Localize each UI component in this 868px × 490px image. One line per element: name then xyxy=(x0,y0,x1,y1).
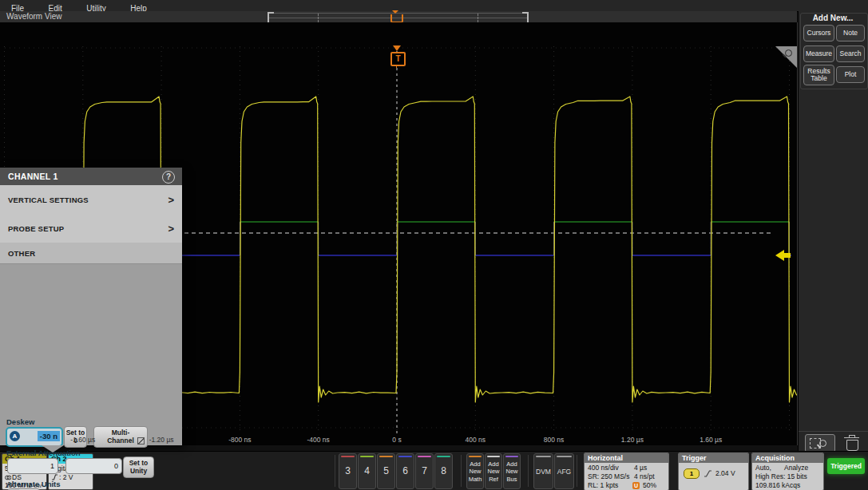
alternate-units-label: Alternate Units xyxy=(6,480,61,488)
overview-tick xyxy=(318,14,319,22)
trigger-flag-tail xyxy=(396,65,397,68)
add-cursors-button[interactable]: Cursors xyxy=(803,25,834,41)
channel-number: 5 xyxy=(378,465,394,476)
ref-color-stripe xyxy=(487,456,500,457)
magnifier-icon xyxy=(785,49,792,57)
trigger-source-badge: 1 xyxy=(684,468,700,479)
dvm-button[interactable]: DVM xyxy=(533,453,553,489)
channel1-config-dialog: CHANNEL 1 ? VERTICAL SETTINGS > PROBE SE… xyxy=(0,168,182,445)
channel-number: 4 xyxy=(359,465,375,476)
acquisition-mode: Auto, xyxy=(755,464,771,472)
separator xyxy=(577,455,577,487)
oscilloscope-app: File Edit Utility Help Waveform View T -… xyxy=(0,0,868,490)
delay-icon: U xyxy=(632,482,640,489)
attenuation-value2-input[interactable]: 0 xyxy=(65,458,122,474)
channel-color-stripe xyxy=(379,456,393,457)
add-note-button[interactable]: Note xyxy=(836,25,865,41)
channel-color-stripe xyxy=(418,456,431,457)
section-vertical-settings[interactable]: VERTICAL SETTINGS > xyxy=(0,185,182,215)
overview-tick xyxy=(478,14,478,22)
horizontal-scale: 400 ns/div xyxy=(588,464,619,472)
deskew-value: -30 n xyxy=(38,431,60,441)
channel-4-button[interactable]: 4 xyxy=(358,453,376,489)
channel-color-stripe xyxy=(437,456,450,457)
add-plot-button[interactable]: Plot xyxy=(836,66,865,83)
trigger-panel[interactable]: Trigger 1 2.04 V xyxy=(678,452,749,490)
trash-icon xyxy=(844,437,859,438)
add-new-math-button[interactable]: Add New Math xyxy=(466,453,484,489)
channel-color-stripe xyxy=(360,456,374,457)
help-icon[interactable]: ? xyxy=(162,171,175,184)
channel-number: 3 xyxy=(339,465,356,476)
section-other[interactable]: OTHER xyxy=(0,243,182,264)
trigger-level-arrow[interactable] xyxy=(775,250,784,261)
math-color-stripe xyxy=(469,456,482,457)
separator xyxy=(335,455,335,487)
axis-tick-label: 1.60 µs xyxy=(687,436,735,444)
section-label: VERTICAL SETTINGS xyxy=(8,196,89,204)
set-to-unity-button[interactable]: Set to Unity xyxy=(123,456,154,478)
window-span: 4 µs xyxy=(634,464,647,472)
horizontal-panel-title: Horizontal xyxy=(585,453,668,463)
trigger-position-flag[interactable]: T xyxy=(390,52,406,66)
channel-6-button[interactable]: 6 xyxy=(396,453,414,489)
acquisition-resolution: High Res: 15 bits xyxy=(755,472,807,480)
menu-bar: File Edit Utility Help xyxy=(0,0,868,12)
dialog-pointer xyxy=(42,445,64,452)
trash-button[interactable] xyxy=(844,434,860,451)
channel-number: 8 xyxy=(435,465,452,476)
bus-color-stripe xyxy=(505,456,518,457)
add-new-bus-button[interactable]: Add New Bus xyxy=(503,453,521,489)
axis-tick-label: -800 ns xyxy=(216,436,264,444)
channel-color-stripe xyxy=(341,456,355,457)
axis-tick-label: 0 s xyxy=(373,436,421,444)
divider xyxy=(799,431,868,432)
expansion-arrow-icon xyxy=(392,10,398,14)
add-measure-button[interactable]: Measure xyxy=(803,45,834,62)
axis-tick-label: 1.20 µs xyxy=(608,436,656,444)
acquisition-panel[interactable]: Acquisition Auto, Analyze High Res: 15 b… xyxy=(751,452,824,490)
knob-a-icon: A xyxy=(10,431,20,441)
acquisition-count: 109.816 kAcqs xyxy=(755,481,800,489)
separator xyxy=(528,455,529,487)
sample-interval: 4 ns/pt xyxy=(634,472,655,480)
trigger-panel-title: Trigger xyxy=(679,453,748,463)
record-length: RL: 1 kpts xyxy=(588,481,618,489)
stripe xyxy=(536,456,551,457)
horizontal-position: 50% xyxy=(643,481,656,489)
axis-tick-label: 400 ns xyxy=(451,436,499,444)
magnifier-icon xyxy=(819,440,826,447)
channel-5-button[interactable]: 5 xyxy=(377,453,395,489)
dialog-header[interactable]: CHANNEL 1 xyxy=(0,168,182,185)
axis-tick-label: -1.60 µs xyxy=(59,436,107,444)
horizontal-panel[interactable]: Horizontal 400 ns/div SR: 250 MS/s RL: 1… xyxy=(584,452,669,490)
trigger-position-arrow-icon xyxy=(393,45,401,51)
triggered-status-badge: Triggered xyxy=(827,458,865,474)
channel-7-button[interactable]: 7 xyxy=(415,453,434,489)
add-results-table-button[interactable]: Results Table xyxy=(803,65,834,85)
afg-button[interactable]: AFG xyxy=(554,453,574,489)
chevron-right-icon: > xyxy=(168,194,174,206)
trigger-level-value: 2.04 V xyxy=(715,469,735,477)
stripe xyxy=(557,456,572,457)
channel-3-button[interactable]: 3 xyxy=(339,453,357,489)
section-label: PROBE SETUP xyxy=(8,224,64,233)
attenuation-value1-input[interactable]: 1 xyxy=(7,458,58,474)
add-button-label: Add New Bus xyxy=(504,460,520,483)
deskew-input[interactable]: A -30 n xyxy=(6,427,63,447)
dialog-title: CHANNEL 1 xyxy=(0,172,58,181)
section-probe-setup[interactable]: PROBE SETUP > xyxy=(0,214,182,243)
deskew-label: Deskew xyxy=(6,417,34,426)
add-new-ref-button[interactable]: Add New Ref xyxy=(485,453,502,489)
add-button-label: Add New Math xyxy=(467,460,483,483)
axis-tick-label: -1.20 µs xyxy=(137,436,185,444)
channel-number: 6 xyxy=(397,465,414,476)
separator xyxy=(461,455,462,487)
multi-channel-label: Multi-Channel xyxy=(103,429,138,445)
channel-8-button[interactable]: 8 xyxy=(434,453,453,489)
acquisition-analyze: Analyze xyxy=(784,464,808,472)
acquisition-panel-title: Acquisition xyxy=(752,453,823,463)
afg-label: AFG xyxy=(555,468,573,476)
channel-number: 7 xyxy=(416,465,433,476)
add-search-button[interactable]: Search xyxy=(836,45,865,62)
